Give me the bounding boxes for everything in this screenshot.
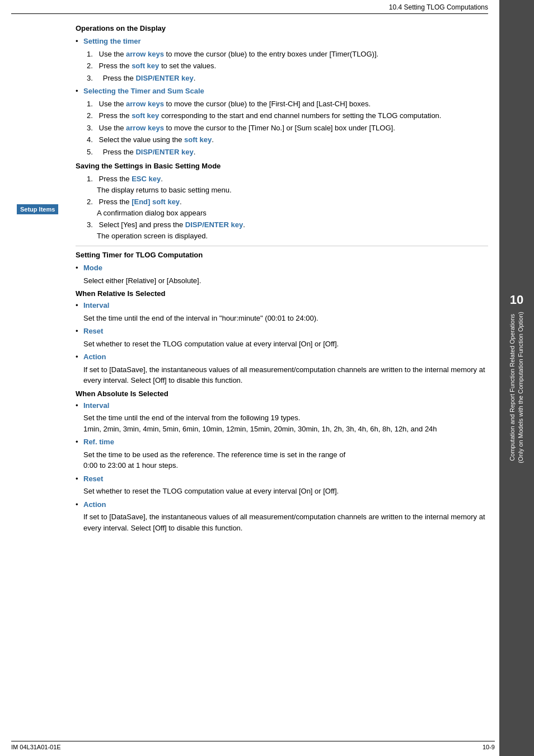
operations-title: Operations on the Display xyxy=(76,24,488,32)
bullet-dot-reset-abs: • xyxy=(76,473,83,485)
sel-step-1: 1. Use the arrow keys to move the cursor… xyxy=(87,98,488,110)
disp-enter-link-2: DISP/ENTER key xyxy=(135,148,193,156)
arrow-keys-link-3: arrow keys xyxy=(126,124,164,132)
ref-time-description: Set the time to be used as the reference… xyxy=(83,449,488,471)
bullet-dot-interval-rel: • xyxy=(76,300,83,311)
save-step-2-sub: A confirmation dialog box appears xyxy=(97,208,488,219)
step-1: 1. Use the arrow keys to move the cursor… xyxy=(87,49,488,60)
sidebar-number: 10 xyxy=(510,293,523,307)
save-step-1: 1. Press the ESC key. The display return… xyxy=(87,173,488,195)
sel-step-2: 2. Press the soft key corresponding to t… xyxy=(87,110,488,121)
sidebar-text: Computation and Report Function Related … xyxy=(508,312,526,463)
reset-rel-label: Reset xyxy=(83,326,103,337)
bullet-dot-interval-abs: • xyxy=(76,400,83,411)
when-absolute-title: When Absolute Is Selected xyxy=(76,389,488,398)
setting-timer-label: Setting the timer xyxy=(83,36,141,47)
sel-step-4: 4. Select the value using the soft key. xyxy=(87,134,488,145)
page-container: 10 Computation and Report Function Relat… xyxy=(0,0,534,756)
page-number: 10-9 xyxy=(483,744,495,750)
bullet-dot-action-rel: • xyxy=(76,351,83,363)
soft-key-link-1: soft key xyxy=(132,62,159,70)
end-soft-key-link: [End] soft key xyxy=(132,198,180,206)
bullet-dot-2: • xyxy=(76,86,83,97)
action-rel-description: If set to [DataSave], the instantaneous … xyxy=(83,364,488,386)
doc-id: IM 04L31A01-01E xyxy=(11,744,61,750)
bullet-dot-ref-time: • xyxy=(76,436,83,448)
action-abs-bullet: • Action xyxy=(76,499,488,510)
arrow-keys-link-1: arrow keys xyxy=(126,50,164,58)
reset-rel-description: Set whether to reset the TLOG computatio… xyxy=(83,339,488,350)
setup-items-badge: Setup Items xyxy=(17,204,58,214)
saving-title: Saving the Settings in Basic Setting Mod… xyxy=(76,162,488,170)
bullet-dot-1: • xyxy=(76,36,83,47)
save-step-3-sub: The operation screen is displayed. xyxy=(97,231,488,242)
ref-time-bullet: • Ref. time xyxy=(76,436,488,448)
interval-rel-bullet: • Interval xyxy=(76,300,488,311)
bullet-dot-reset-rel: • xyxy=(76,326,83,337)
selecting-timer-bullet: • Selecting the Timer and Sum Scale xyxy=(76,86,488,97)
bullet-dot-action-abs: • xyxy=(76,499,83,510)
arrow-keys-link-2: arrow keys xyxy=(126,100,164,108)
section-header: 10.4 Setting TLOG Computations xyxy=(11,0,488,14)
separator xyxy=(76,246,488,246)
save-step-2: 2. Press the [End] soft key. A confirmat… xyxy=(87,196,488,218)
main-content: 10.4 Setting TLOG Computations Setup Ite… xyxy=(0,0,499,547)
mode-label: Mode xyxy=(83,262,102,274)
saving-steps: 1. Press the ESC key. The display return… xyxy=(87,173,488,241)
soft-key-link-3: soft key xyxy=(184,135,212,144)
reset-abs-label: Reset xyxy=(83,473,103,485)
esc-key-link: ESC key xyxy=(132,175,161,183)
setting-timer-bullet: • Setting the timer xyxy=(76,36,488,47)
interval-abs-description: Set the time until the end of the interv… xyxy=(83,412,488,434)
step-2: 2. Press the soft key to set the values. xyxy=(87,60,488,72)
ref-time-label: Ref. time xyxy=(83,436,114,448)
right-content: Operations on the Display • Setting the … xyxy=(73,20,488,536)
save-step-3: 3. Select [Yes] and press the DISP/ENTER… xyxy=(87,219,488,241)
interval-abs-bullet: • Interval xyxy=(76,400,488,411)
interval-abs-label: Interval xyxy=(83,400,109,411)
mode-bullet: • Mode xyxy=(76,262,488,274)
section-title-text: 10.4 Setting TLOG Computations xyxy=(389,3,488,11)
bullet-dot-mode: • xyxy=(76,262,83,274)
setting-timer-steps: 1. Use the arrow keys to move the cursor… xyxy=(87,49,488,84)
interval-rel-description: Set the time until the end of the interv… xyxy=(83,313,488,324)
interval-rel-label: Interval xyxy=(83,300,109,311)
save-step-1-sub: The display returns to basic setting men… xyxy=(97,185,488,196)
setup-section-title: Setting Timer for TLOG Computation xyxy=(76,251,488,259)
right-sidebar: 10 Computation and Report Function Relat… xyxy=(499,0,534,756)
reset-abs-bullet: • Reset xyxy=(76,473,488,485)
bottom-footer: IM 04L31A01-01E 10-9 xyxy=(11,741,495,750)
step-3: 3. Press the DISP/ENTER key. xyxy=(87,73,488,84)
action-rel-label: Action xyxy=(83,351,106,363)
sel-step-5: 5. Press the DISP/ENTER key. xyxy=(87,147,488,158)
reset-rel-bullet: • Reset xyxy=(76,326,488,337)
action-abs-description: If set to [DataSave], the instantaneous … xyxy=(83,511,488,533)
sel-step-3: 3. Use the arrow keys to move the cursor… xyxy=(87,123,488,134)
left-margin: Setup Items xyxy=(11,20,73,536)
soft-key-link-2: soft key xyxy=(132,111,159,120)
disp-enter-link-1: DISP/ENTER key xyxy=(135,74,193,82)
content-body: Setup Items Operations on the Display • … xyxy=(11,20,488,536)
reset-abs-description: Set whether to reset the TLOG computatio… xyxy=(83,486,488,497)
when-relative-title: When Relative Is Selected xyxy=(76,289,488,298)
action-abs-label: Action xyxy=(83,499,106,510)
action-rel-bullet: • Action xyxy=(76,351,488,363)
mode-description: Select either [Relative] or [Absolute]. xyxy=(83,275,488,287)
selecting-timer-label: Selecting the Timer and Sum Scale xyxy=(83,86,204,97)
disp-enter-link-3: DISP/ENTER key xyxy=(185,220,243,229)
selecting-timer-steps: 1. Use the arrow keys to move the cursor… xyxy=(87,98,488,158)
